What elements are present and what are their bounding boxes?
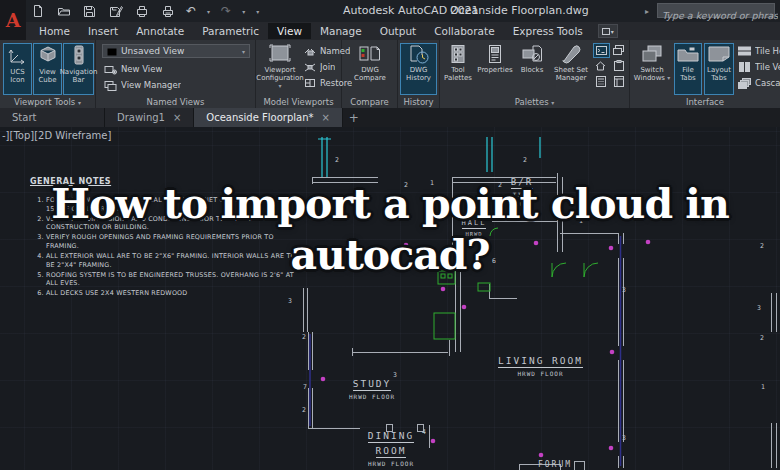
close-icon[interactable]: × bbox=[173, 112, 181, 123]
panel-compare: DWG Compare Compare bbox=[342, 40, 398, 108]
wall-number: 4 bbox=[422, 428, 426, 436]
view-manager-button[interactable]: View Manager bbox=[104, 78, 181, 92]
overlay-title-line2: autocad? bbox=[0, 230, 780, 281]
save-icon[interactable] bbox=[82, 4, 97, 18]
properties-button[interactable]: Properties bbox=[476, 43, 514, 95]
viewport-configuration-button[interactable]: Viewport Configuration ▾ bbox=[258, 43, 302, 95]
blocks-icon bbox=[521, 44, 543, 64]
tool-palettes-icon bbox=[448, 44, 468, 64]
cascade-button[interactable]: Cascade bbox=[738, 76, 780, 90]
overlay-title-line1: How to import a point cloud in bbox=[0, 179, 780, 230]
navigation-bar-icon bbox=[68, 44, 90, 66]
panel-label-history[interactable]: History bbox=[398, 97, 439, 107]
help-search bbox=[657, 3, 775, 18]
qat-customize-icon[interactable]: ▾ bbox=[256, 8, 259, 15]
quick-access-toolbar: ↶ ▾ ↷ ▾ ▾ bbox=[30, 3, 259, 19]
tab-home[interactable]: Home bbox=[30, 23, 79, 39]
dwg-compare-icon bbox=[358, 44, 382, 64]
tab-collaborate[interactable]: Collaborate bbox=[425, 23, 503, 39]
tile-horizontally-button[interactable]: Tile Horizontally bbox=[738, 44, 780, 58]
room-label-living-room: LIVING ROOM HRWD FLOOR bbox=[488, 355, 593, 377]
tab-view[interactable]: View bbox=[268, 23, 311, 39]
panel-named-views: Unsaved View ▾ New View View Manager Nam… bbox=[96, 40, 256, 108]
chevron-down-icon: ▾ bbox=[242, 48, 245, 55]
palette-content-button[interactable] bbox=[611, 75, 626, 88]
room-label-dining-room: DINING ROOM HRWD FLOOR bbox=[356, 430, 426, 467]
panel-label-named-views[interactable]: Named Views bbox=[96, 97, 255, 107]
undo-icon[interactable]: ↶ bbox=[186, 5, 196, 17]
panel-viewport-tools: UCS Icon View Cube Navigation Bar Viewpo… bbox=[0, 40, 96, 108]
tab-output[interactable]: Output bbox=[371, 23, 425, 39]
palette-clipboard-button[interactable] bbox=[611, 59, 626, 72]
utility-lines bbox=[318, 137, 540, 177]
file-tabs-icon bbox=[676, 44, 700, 64]
cascade-icon bbox=[738, 78, 751, 89]
view-cube-button[interactable]: View Cube bbox=[33, 43, 62, 95]
file-tabs-button[interactable]: File Tabs bbox=[674, 43, 702, 95]
tile-vertically-button[interactable]: Tile Vertically bbox=[738, 60, 780, 74]
command-line-icon bbox=[596, 46, 607, 55]
command-line-palette-button[interactable] bbox=[593, 43, 610, 58]
panel-label-viewport-tools[interactable]: Viewport Tools ▾ bbox=[0, 97, 95, 107]
palette-calculator-button[interactable] bbox=[593, 75, 608, 88]
wall-number: 7 bbox=[303, 383, 307, 391]
redo-dropdown-icon[interactable]: ▾ bbox=[242, 8, 245, 15]
panel-interface: Switch Windows ▾ File Tabs Layout Tabs T… bbox=[630, 40, 780, 108]
print-icon[interactable] bbox=[160, 4, 175, 18]
close-icon[interactable]: × bbox=[321, 112, 329, 123]
save-as-icon[interactable] bbox=[108, 4, 123, 18]
cube-icon bbox=[37, 44, 59, 66]
ucs-icon-button[interactable]: UCS Icon bbox=[3, 43, 32, 95]
layout-tabs-button[interactable]: Layout Tabs bbox=[704, 43, 734, 95]
panel-label-interface[interactable]: Interface bbox=[630, 97, 780, 107]
wall-number: 3 bbox=[393, 371, 397, 379]
file-tab-drawing1[interactable]: Drawing1 × bbox=[105, 108, 194, 127]
autocad-logo[interactable]: A bbox=[0, 0, 26, 40]
panel-label-palettes[interactable]: Palettes ▾ bbox=[440, 97, 629, 107]
search-collapse-icon[interactable]: ▸ bbox=[645, 7, 649, 16]
wall-number: 2 bbox=[523, 156, 527, 164]
file-tab-start[interactable]: Start bbox=[0, 108, 105, 127]
undo-dropdown-icon[interactable]: ▾ bbox=[207, 8, 210, 15]
redo-icon[interactable]: ↷ bbox=[221, 5, 231, 17]
navigation-bar-button[interactable]: Navigation Bar bbox=[63, 43, 94, 95]
join-viewport-button[interactable]: Join bbox=[304, 60, 335, 74]
wall-number: 2 bbox=[760, 334, 764, 342]
blocks-button[interactable]: Blocks bbox=[516, 43, 548, 95]
panel-model-viewports: Viewport Configuration ▾ Named Join Rest… bbox=[256, 40, 342, 108]
open-folder-icon[interactable] bbox=[56, 4, 71, 18]
switch-windows-icon bbox=[640, 44, 664, 64]
search-input[interactable] bbox=[658, 9, 780, 22]
drawing-canvas[interactable]: -][Top][2D Wireframe] GENERAL NOTES FOUN… bbox=[0, 127, 780, 470]
content-panel-icon bbox=[614, 76, 624, 87]
ribbon-tab-row: Home Insert Annotate Parametric View Man… bbox=[0, 22, 780, 40]
tool-palettes-button[interactable]: Tool Palettes bbox=[442, 43, 474, 95]
tab-parametric[interactable]: Parametric bbox=[193, 23, 268, 39]
switch-windows-button[interactable]: Switch Windows ▾ bbox=[632, 43, 672, 95]
new-file-icon[interactable] bbox=[30, 4, 45, 18]
ribbon-options-button[interactable]: ▾ bbox=[598, 24, 618, 38]
dwg-compare-button[interactable]: DWG Compare bbox=[346, 43, 394, 95]
wall-number: 3 bbox=[288, 297, 292, 305]
wall-number: 3 bbox=[622, 286, 626, 294]
panel-label-model-viewports[interactable]: Model Viewports bbox=[256, 97, 341, 107]
new-drawing-button[interactable]: + bbox=[343, 108, 365, 127]
palette-home-button[interactable] bbox=[593, 59, 608, 72]
panel-palettes: Tool Palettes Properties Blocks Sheet Se… bbox=[440, 40, 630, 108]
view-dropdown[interactable]: Unsaved View ▾ bbox=[102, 44, 250, 58]
wall-number: 2 bbox=[302, 406, 306, 414]
clipboard-icon bbox=[614, 60, 624, 71]
dwg-history-button[interactable]: DWG History bbox=[400, 43, 437, 95]
tab-express-tools[interactable]: Express Tools bbox=[504, 23, 592, 39]
file-tab-oceanside-floorplan[interactable]: Oceanside Floorplan* × bbox=[194, 108, 343, 127]
plot-icon[interactable] bbox=[134, 4, 149, 18]
panel-label-compare[interactable]: Compare bbox=[342, 97, 397, 107]
properties-icon bbox=[485, 44, 505, 64]
sheet-set-manager-button[interactable]: Sheet Set Manager bbox=[550, 43, 592, 95]
house-icon bbox=[595, 61, 606, 71]
tab-manage[interactable]: Manage bbox=[311, 23, 371, 39]
tab-insert[interactable]: Insert bbox=[79, 23, 127, 39]
palette-stack-button[interactable] bbox=[611, 43, 626, 56]
new-view-button[interactable]: New View bbox=[104, 62, 162, 76]
tab-annotate[interactable]: Annotate bbox=[127, 23, 193, 39]
